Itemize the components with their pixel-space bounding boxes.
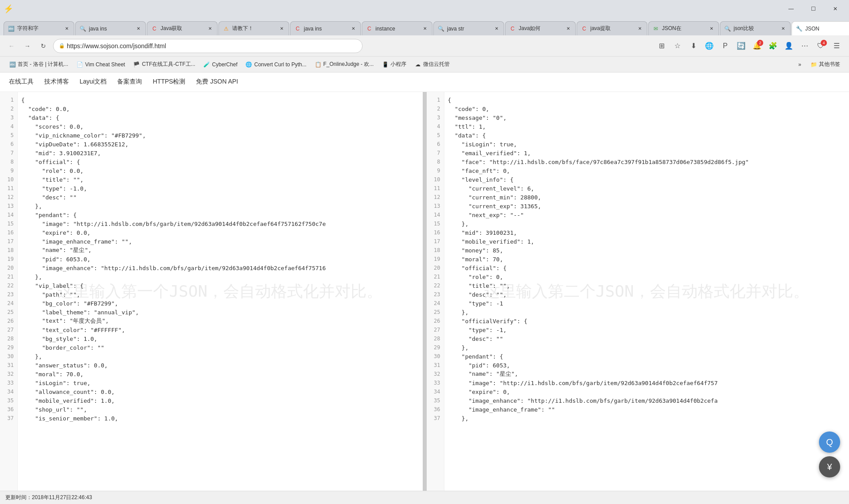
qr-code-icon[interactable]: ⊞ bbox=[654, 39, 669, 53]
tab-tab8[interactable]: C Java如何 ✕ bbox=[505, 21, 576, 35]
page-nav-nav2[interactable]: 技术博客 bbox=[44, 73, 69, 91]
tab-close-button[interactable]: ✕ bbox=[565, 25, 572, 32]
tab-close-button[interactable]: ✕ bbox=[421, 25, 428, 32]
tab-title: 请教下！ bbox=[232, 25, 275, 32]
page-nav-nav5[interactable]: HTTPS检测 bbox=[153, 73, 185, 91]
left-code-content[interactable]: { "code": 0.0, "data": { "scores": 0.0, … bbox=[18, 92, 423, 491]
line-number: 36 bbox=[0, 405, 17, 414]
code-line: "shop_url": "", bbox=[18, 405, 423, 414]
bookmark-bm6[interactable]: 📋 F_OnlineJudge - 欢... bbox=[311, 59, 377, 70]
download-icon[interactable]: ⬇ bbox=[686, 39, 700, 53]
puzzle-icon[interactable]: 🧩 bbox=[766, 39, 780, 53]
tab-tab4[interactable]: ⚠ 请教下！ ✕ bbox=[218, 21, 289, 35]
pane-divider[interactable] bbox=[423, 92, 427, 491]
tabs-bar: 🔤 字符和字 ✕ 🔍 java ins ✕ C Java获取 ✕ ⚠ 请教下！ … bbox=[0, 18, 849, 35]
code-line: "expire": 0, bbox=[444, 387, 849, 396]
bookmarks-more-button[interactable]: » bbox=[795, 60, 805, 69]
line-number: 33 bbox=[0, 378, 17, 387]
line-number: 21 bbox=[0, 272, 17, 281]
tab-close-button[interactable]: ✕ bbox=[278, 25, 285, 32]
close-button[interactable]: ✕ bbox=[825, 2, 845, 15]
tab-close-button[interactable]: ✕ bbox=[708, 25, 715, 32]
tab-close-button[interactable]: ✕ bbox=[135, 25, 142, 32]
code-line: "bg_style": 1.0, bbox=[18, 334, 423, 343]
tab-tab11[interactable]: 🔍 json比较 ✕ bbox=[720, 21, 791, 35]
tab-close-button[interactable]: ✕ bbox=[63, 25, 70, 32]
forward-button[interactable]: → bbox=[21, 40, 34, 52]
minimize-button[interactable]: — bbox=[781, 2, 801, 15]
more-icon[interactable]: ⋯ bbox=[798, 39, 812, 53]
bookmark-bm1[interactable]: 🔤 首页 - 洛谷 | 计算机... bbox=[5, 59, 72, 70]
code-line: "isLogin": true, bbox=[444, 140, 849, 149]
account-icon[interactable]: 👤 bbox=[782, 39, 796, 53]
other-bookmarks-folder[interactable]: 📁 其他书签 bbox=[807, 59, 844, 70]
tab-close-button[interactable]: ✕ bbox=[350, 25, 357, 32]
code-line: "pendant": { bbox=[444, 352, 849, 361]
code-line: "text_color": "#FFFFFF", bbox=[18, 325, 423, 334]
sync-icon[interactable]: 🔄 bbox=[734, 39, 748, 53]
tab-close-button[interactable]: ✕ bbox=[207, 25, 214, 32]
line-number: 6 bbox=[427, 140, 444, 149]
line-number: 15 bbox=[0, 219, 17, 228]
maximize-button[interactable]: ☐ bbox=[803, 2, 823, 15]
address-text[interactable]: https://www.sojson.com/jsondiff.html bbox=[67, 42, 166, 50]
code-line: }, bbox=[18, 272, 423, 281]
tab-tab5[interactable]: C java ins ✕ bbox=[290, 21, 361, 35]
right-code-content[interactable]: { "code": 0, "message": "0", "ttl": 1, "… bbox=[444, 92, 849, 491]
tab-tab6[interactable]: C instance ✕ bbox=[362, 21, 432, 35]
tab-favicon: C bbox=[581, 25, 588, 32]
code-line: "moral": 70.0, bbox=[18, 370, 423, 378]
bookmark-favicon: 🏴 bbox=[133, 61, 140, 68]
line-number: 23 bbox=[0, 290, 17, 299]
line-number: 7 bbox=[427, 149, 444, 157]
bookmark-title: CTF在线工具-CTF工... bbox=[142, 61, 195, 68]
code-line: }, bbox=[18, 352, 423, 361]
page-nav-nav3[interactable]: Layui文档 bbox=[80, 73, 107, 91]
tab-close-button[interactable]: ✕ bbox=[636, 25, 643, 32]
tab-tab12[interactable]: 🔧 JSON ✕ bbox=[792, 21, 849, 35]
extensions-icon[interactable]: 🌐 bbox=[702, 39, 716, 53]
line-number: 4 bbox=[0, 122, 17, 131]
line-number: 13 bbox=[427, 202, 444, 210]
bookmark-bm3[interactable]: 🏴 CTF在线工具-CTF工... bbox=[130, 59, 199, 70]
line-number: 2 bbox=[427, 104, 444, 113]
menu-icon[interactable]: ☰ bbox=[830, 39, 844, 53]
bookmark-bm5[interactable]: 🌐 Convert Curl to Pyth... bbox=[242, 59, 310, 70]
tab-tab9[interactable]: C java提取 ✕ bbox=[577, 21, 647, 35]
tab-tab7[interactable]: 🔍 java str ✕ bbox=[433, 21, 504, 35]
page-nav-nav1[interactable]: 在线工具 bbox=[9, 73, 34, 91]
code-line: "title": "", bbox=[444, 281, 849, 290]
tab-tab3[interactable]: C Java获取 ✕ bbox=[147, 21, 218, 35]
refresh-button[interactable]: ↻ bbox=[37, 40, 50, 52]
tab-tab2[interactable]: 🔍 java ins ✕ bbox=[75, 21, 146, 35]
back-button[interactable]: ← bbox=[5, 40, 18, 52]
profile-icon[interactable]: P bbox=[718, 39, 732, 53]
bookmark-bm2[interactable]: 📄 Vim Cheat Sheet bbox=[73, 59, 129, 70]
left-diff-pane[interactable]: 1234567891011121314151617181920212223242… bbox=[0, 92, 423, 491]
bookmark-bm8[interactable]: ☁ 微信云托管 bbox=[411, 59, 453, 70]
code-line: "name": "星尘", bbox=[18, 246, 423, 255]
tab-tab1[interactable]: 🔤 字符和字 ✕ bbox=[4, 21, 74, 35]
tab-tab10[interactable]: ✉ JSON在 ✕ bbox=[648, 21, 719, 35]
adblock-icon[interactable]: 🛡4 bbox=[814, 39, 828, 53]
security-icon: 🔒 bbox=[59, 43, 65, 49]
line-number: 28 bbox=[0, 334, 17, 343]
bookmark-icon[interactable]: ☆ bbox=[670, 39, 685, 53]
right-diff-pane[interactable]: 1234567891011121314151617181920212223242… bbox=[427, 92, 849, 491]
bookmark-bm4[interactable]: 🧪 CyberChef bbox=[200, 59, 241, 70]
chat-float-button[interactable]: Q bbox=[819, 431, 840, 453]
tab-close-button[interactable]: ✕ bbox=[493, 25, 500, 32]
notification-icon[interactable]: 🔔2 bbox=[750, 39, 764, 53]
page-nav-nav6[interactable]: 免费 JSON API bbox=[196, 73, 238, 91]
tab-close-button[interactable]: ✕ bbox=[780, 25, 787, 32]
bookmark-bm7[interactable]: 📱 小程序 bbox=[378, 59, 410, 70]
line-number: 1 bbox=[427, 95, 444, 104]
code-line: "border_color": "" bbox=[18, 343, 423, 352]
code-line: }, bbox=[444, 308, 849, 317]
payment-float-button[interactable]: ¥ bbox=[819, 456, 840, 477]
code-line: "image": "http://i1.hdslb.com/bfs/garb/i… bbox=[444, 378, 849, 387]
code-line: "isLogin": true, bbox=[18, 378, 423, 387]
code-line: "vip_nickname_color": "#FB7299", bbox=[18, 131, 423, 140]
page-nav-nav4[interactable]: 备案查询 bbox=[117, 73, 142, 91]
code-line: "pid": 6053.0, bbox=[18, 255, 423, 263]
